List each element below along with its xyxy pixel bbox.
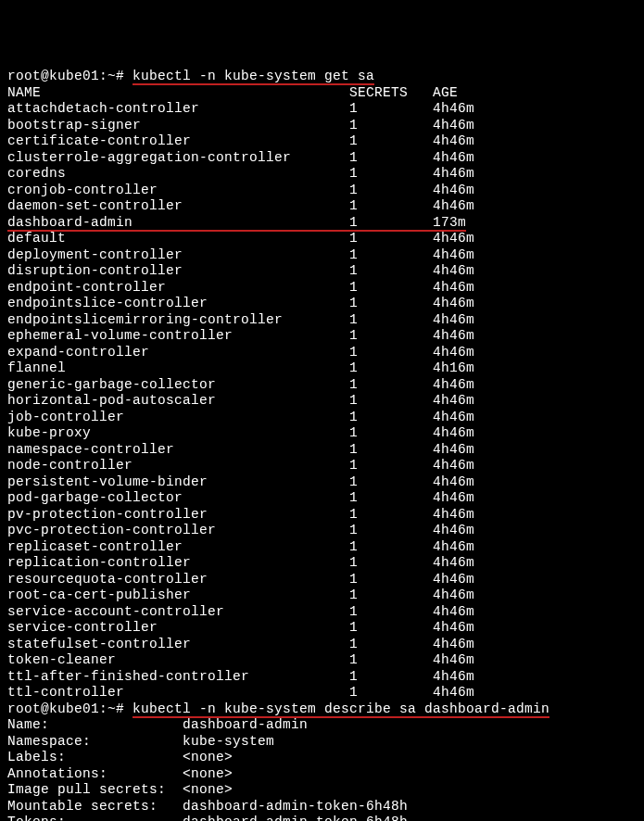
table-row: expand-controller 1 4h46m (7, 345, 637, 361)
table-row: generic-garbage-collector 1 4h46m (7, 377, 637, 394)
table-row: replicaset-controller 1 4h46m (7, 539, 637, 556)
table-row: pvc-protection-controller 1 4h46m (7, 523, 637, 539)
table-row: endpoint-controller 1 4h46m (7, 280, 637, 297)
prompt-line-2: root@kube01:~# kubectl -n kube-system de… (7, 701, 637, 718)
table-row: token-cleaner 1 4h46m (7, 652, 637, 669)
table-row: replication-controller 1 4h46m (7, 555, 637, 572)
table-row: clusterrole-aggregation-controller 1 4h4… (7, 150, 637, 167)
table-row: bootstrap-signer 1 4h46m (7, 118, 637, 134)
describe-row: Annotations: <none> (7, 766, 637, 783)
table-header: NAME SECRETS AGE (7, 85, 637, 102)
prompt: root@kube01:~# (7, 701, 133, 716)
describe-row: Tokens: dashboard-admin-token-6h48h (7, 815, 637, 821)
prompt-line-1: root@kube01:~# kubectl -n kube-system ge… (7, 69, 637, 85)
command-2: kubectl -n kube-system describe sa dashb… (133, 701, 549, 718)
table-row: pv-protection-controller 1 4h46m (7, 507, 637, 524)
describe-output: Name: dashboard-adminNamespace: kube-sys… (7, 717, 637, 821)
table-row: disruption-controller 1 4h46m (7, 263, 637, 280)
table-row: certificate-controller 1 4h46m (7, 133, 637, 150)
table-row: pod-garbage-collector 1 4h46m (7, 490, 637, 507)
table-row: resourcequota-controller 1 4h46m (7, 572, 637, 588)
table-row: ephemeral-volume-controller 1 4h46m (7, 328, 637, 345)
table-row: service-account-controller 1 4h46m (7, 604, 637, 621)
table-row: namespace-controller 1 4h46m (7, 442, 637, 459)
table-row: deployment-controller 1 4h46m (7, 247, 637, 264)
table-row: endpointslice-controller 1 4h46m (7, 296, 637, 312)
table-row: persistent-volume-binder 1 4h46m (7, 474, 637, 491)
table-row: attachdetach-controller 1 4h46m (7, 101, 637, 118)
table-row: default 1 4h46m (7, 231, 637, 247)
table-row: flannel 1 4h16m (7, 360, 637, 377)
command-1: kubectl -n kube-system get sa (133, 69, 374, 85)
describe-row: Name: dashboard-admin (7, 717, 637, 734)
describe-row: Mountable secrets: dashboard-admin-token… (7, 799, 637, 815)
table-row: daemon-set-controller 1 4h46m (7, 198, 637, 215)
table-row: cronjob-controller 1 4h46m (7, 183, 637, 199)
table-row: node-controller 1 4h46m (7, 458, 637, 474)
prompt: root@kube01:~# (7, 69, 133, 83)
table-row: job-controller 1 4h46m (7, 410, 637, 426)
table-row: horizontal-pod-autoscaler 1 4h46m (7, 393, 637, 410)
table-rows: attachdetach-controller 1 4h46mbootstrap… (7, 101, 637, 701)
table-row: kube-proxy 1 4h46m (7, 425, 637, 442)
table-row: service-controller 1 4h46m (7, 620, 637, 637)
table-row: root-ca-cert-publisher 1 4h46m (7, 587, 637, 604)
table-row: statefulset-controller 1 4h46m (7, 637, 637, 653)
table-row: endpointslicemirroring-controller 1 4h46… (7, 312, 637, 329)
describe-row: Namespace: kube-system (7, 734, 637, 751)
describe-row: Labels: <none> (7, 750, 637, 766)
table-row: dashboard-admin 1 173m (7, 215, 637, 232)
table-row: coredns 1 4h46m (7, 166, 637, 183)
table-row: ttl-controller 1 4h46m (7, 685, 637, 701)
table-row: ttl-after-finished-controller 1 4h46m (7, 669, 637, 686)
describe-row: Image pull secrets: <none> (7, 782, 637, 799)
terminal[interactable]: root@kube01:~# kubectl -n kube-system ge… (7, 69, 637, 821)
